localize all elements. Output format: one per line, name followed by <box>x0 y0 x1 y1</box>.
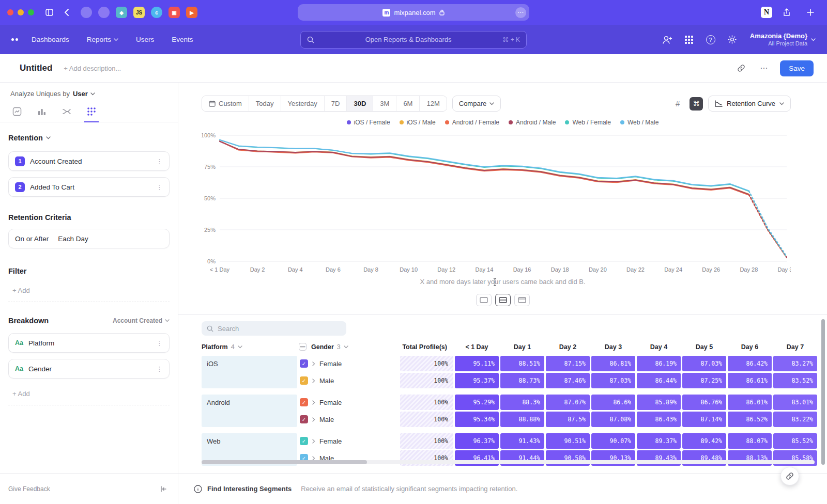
retention-value-cell[interactable]: 88.07% <box>728 433 772 449</box>
nav-events[interactable]: Events <box>172 36 193 43</box>
scrollbar-thumb[interactable] <box>202 460 367 464</box>
column-header-day-7[interactable]: Day 7 <box>773 343 817 351</box>
platform-cell[interactable]: iOS <box>202 356 297 388</box>
browser-sidebar-toggle-icon[interactable] <box>42 5 57 20</box>
retention-value-cell[interactable]: 86.81% <box>591 356 635 371</box>
retention-value-cell[interactable]: 86.43% <box>637 412 681 427</box>
command-shortcut-icon[interactable]: ⌘ <box>690 97 703 111</box>
timer-extension-icon[interactable] <box>81 7 92 18</box>
stream-extension-icon[interactable]: ▶ <box>186 7 197 18</box>
c-extension-icon[interactable]: c <box>151 7 162 18</box>
tab-retention[interactable] <box>86 106 97 117</box>
tab-insights[interactable] <box>11 106 23 117</box>
column-header-day-4[interactable]: Day 4 <box>637 343 681 351</box>
retention-value-cell[interactable]: 86.76% <box>682 395 726 410</box>
breakdown-card-platform[interactable]: Aa Platform ⋮ <box>8 333 170 353</box>
mixpanel-logo[interactable] <box>11 38 18 41</box>
retention-value-cell[interactable]: 86.01% <box>728 395 772 410</box>
range-today[interactable]: Today <box>249 96 281 111</box>
table-only-view-button[interactable] <box>514 294 530 306</box>
kebab-menu-icon[interactable]: ⋮ <box>156 339 163 347</box>
select-all-checkbox[interactable]: — <box>299 343 307 351</box>
criteria-card[interactable]: On or After Each Day <box>8 229 170 248</box>
vertical-scrollbar[interactable] <box>821 319 825 465</box>
close-window-button[interactable] <box>7 9 13 15</box>
nav-dashboards[interactable]: Dashboards <box>32 36 69 43</box>
range-12m[interactable]: 12M <box>419 96 446 111</box>
retention-value-cell[interactable]: 87.46% <box>546 373 590 388</box>
add-description-button[interactable]: + Add description... <box>64 65 121 72</box>
js-extension-icon[interactable]: JS <box>133 7 145 18</box>
table-search[interactable] <box>202 321 346 336</box>
column-header-day-2[interactable]: Day 2 <box>546 343 590 351</box>
give-feedback-link[interactable]: Give Feedback <box>8 485 50 493</box>
share-icon[interactable] <box>779 5 794 20</box>
retention-value-cell[interactable]: 95.37% <box>455 373 499 388</box>
retention-value-cell[interactable]: 86.19% <box>637 356 681 371</box>
notion-icon[interactable]: N <box>761 7 772 18</box>
invite-user-icon[interactable] <box>661 34 673 46</box>
url-options-button[interactable]: ⋯ <box>515 7 526 18</box>
horizontal-scrollbar[interactable] <box>202 460 815 464</box>
purple-extension-icon[interactable] <box>98 7 110 18</box>
criteria-mode[interactable]: On or After <box>15 235 49 243</box>
legend-item[interactable]: Android / Female <box>445 119 499 126</box>
kebab-menu-icon[interactable]: ⋮ <box>156 183 163 191</box>
range-3m[interactable]: 3M <box>373 96 396 111</box>
legend-item[interactable]: Web / Female <box>565 119 610 126</box>
package-extension-icon[interactable]: ◆ <box>116 7 127 18</box>
retention-value-cell[interactable]: 87.03% <box>682 356 726 371</box>
retention-value-cell[interactable]: 85.52% <box>773 433 817 449</box>
platform-cell[interactable]: Android <box>202 395 297 427</box>
retention-value-cell[interactable]: 86.6% <box>591 395 635 410</box>
breakdown-card-gender[interactable]: Aa Gender ⋮ <box>8 359 170 379</box>
retention-value-cell[interactable]: 95.11% <box>455 356 499 371</box>
column-header-day-3[interactable]: Day 3 <box>591 343 635 351</box>
share-link-fab[interactable] <box>780 467 799 485</box>
total-profiles-cell[interactable]: 100% <box>400 356 453 371</box>
retention-section-heading[interactable]: Retention <box>8 134 170 142</box>
total-profiles-cell[interactable]: 100% <box>400 433 453 449</box>
retention-value-cell[interactable]: 89.37% <box>637 433 681 449</box>
gender-cell[interactable]: ✓Female <box>299 356 399 371</box>
tab-funnels[interactable] <box>36 106 48 117</box>
retention-value-cell[interactable]: 87.08% <box>591 412 635 427</box>
criteria-interval[interactable]: Each Day <box>58 235 163 243</box>
legend-item[interactable]: Android / Male <box>509 119 556 126</box>
retention-value-cell[interactable]: 89.42% <box>682 433 726 449</box>
retention-value-cell[interactable]: 83.27% <box>773 356 817 371</box>
analyze-entity-dropdown[interactable]: User <box>73 90 95 98</box>
retention-value-cell[interactable]: 83.01% <box>773 395 817 410</box>
retention-value-cell[interactable]: 90.07% <box>591 433 635 449</box>
series-checkbox[interactable]: ✓ <box>300 398 308 406</box>
series-checkbox[interactable]: ✓ <box>300 376 308 385</box>
minimize-window-button[interactable] <box>18 9 24 15</box>
retention-value-cell[interactable]: 87.15% <box>546 356 590 371</box>
step-card-b[interactable]: 2 Added To Cart ⋮ <box>8 177 170 197</box>
retention-value-cell[interactable]: 85.89% <box>637 395 681 410</box>
add-filter-button[interactable]: + Add <box>8 287 170 302</box>
settings-gear-icon[interactable] <box>726 34 739 46</box>
gender-cell[interactable]: ✓Male <box>299 373 399 388</box>
gender-cell[interactable]: ✓Female <box>299 433 399 449</box>
tab-flows[interactable] <box>61 106 72 117</box>
column-header-total[interactable]: Total Profile(s) <box>400 343 453 351</box>
retention-value-cell[interactable]: 87.14% <box>682 412 726 427</box>
table-search-input[interactable] <box>218 325 331 333</box>
nav-users[interactable]: Users <box>136 36 154 43</box>
global-search-button[interactable]: Open Reports & Dashboards ⌘ + K <box>300 31 527 49</box>
retention-value-cell[interactable]: 86.52% <box>728 412 772 427</box>
total-profiles-cell[interactable]: 100% <box>400 373 453 388</box>
total-profiles-cell[interactable]: 100% <box>400 395 453 410</box>
report-title[interactable]: Untitled <box>20 63 52 73</box>
split-view-button[interactable] <box>495 294 511 306</box>
back-button[interactable] <box>59 5 73 20</box>
retention-value-cell[interactable]: 86.42% <box>728 356 772 371</box>
retention-value-cell[interactable]: 88.3% <box>500 395 544 410</box>
nav-reports[interactable]: Reports <box>87 36 118 43</box>
retention-value-cell[interactable]: 88.88% <box>500 412 544 427</box>
retention-value-cell[interactable]: 96.37% <box>455 433 499 449</box>
column-header-day-5[interactable]: Day 5 <box>682 343 726 351</box>
retention-chart[interactable]: 0%25%50%75%100%< 1 DayDay 2Day 4Day 6Day… <box>202 131 791 274</box>
legend-item[interactable]: iOS / Male <box>400 119 436 126</box>
